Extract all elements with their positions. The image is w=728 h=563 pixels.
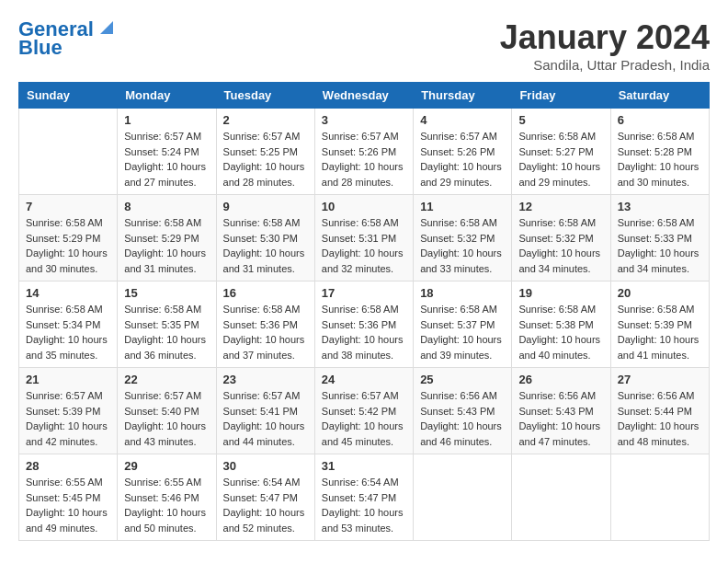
sunrise-text: Sunrise: 6:55 AM (124, 477, 201, 488)
calendar-cell: 17 Sunrise: 6:58 AM Sunset: 5:36 PM Dayl… (314, 282, 413, 368)
day-number: 26 (518, 373, 603, 386)
daylight-text: Daylight: 10 hours and 30 minutes. (618, 161, 700, 188)
day-info: Sunrise: 6:58 AM Sunset: 5:33 PM Dayligh… (618, 215, 702, 276)
daylight-text: Daylight: 10 hours and 34 minutes. (518, 247, 600, 274)
day-info: Sunrise: 6:58 AM Sunset: 5:38 PM Dayligh… (518, 302, 603, 362)
day-info: Sunrise: 6:58 AM Sunset: 5:31 PM Dayligh… (322, 215, 406, 276)
sunrise-text: Sunrise: 6:58 AM (322, 217, 399, 228)
calendar-header-sunday: Sunday (19, 83, 118, 109)
sunset-text: Sunset: 5:43 PM (518, 406, 593, 417)
sunrise-text: Sunrise: 6:57 AM (223, 131, 301, 142)
daylight-text: Daylight: 10 hours and 28 minutes. (322, 161, 404, 188)
day-info: Sunrise: 6:58 AM Sunset: 5:34 PM Dayligh… (26, 302, 110, 362)
daylight-text: Daylight: 10 hours and 37 minutes. (223, 334, 305, 361)
day-number: 4 (420, 113, 505, 127)
sunrise-text: Sunrise: 6:57 AM (124, 390, 201, 401)
daylight-text: Daylight: 10 hours and 38 minutes. (322, 334, 404, 361)
svg-marker-0 (100, 21, 113, 34)
day-info: Sunrise: 6:54 AM Sunset: 5:47 PM Dayligh… (223, 475, 308, 535)
calendar-cell: 10 Sunrise: 6:58 AM Sunset: 5:31 PM Dayl… (314, 195, 413, 282)
sunset-text: Sunset: 5:43 PM (420, 406, 495, 417)
sunset-text: Sunset: 5:26 PM (322, 146, 396, 157)
sunset-text: Sunset: 5:40 PM (124, 406, 199, 417)
day-number: 18 (420, 286, 505, 300)
calendar-cell (414, 454, 512, 541)
sunset-text: Sunset: 5:24 PM (124, 146, 199, 157)
sunset-text: Sunset: 5:36 PM (322, 319, 396, 330)
day-number: 3 (322, 113, 406, 127)
logo-icon (97, 17, 117, 38)
calendar-cell (512, 454, 610, 541)
sunset-text: Sunset: 5:30 PM (223, 233, 298, 244)
calendar-cell: 23 Sunrise: 6:57 AM Sunset: 5:41 PM Dayl… (216, 368, 314, 454)
calendar-header-friday: Friday (512, 83, 610, 109)
calendar-cell: 27 Sunrise: 6:56 AM Sunset: 5:44 PM Dayl… (610, 368, 709, 454)
day-number: 20 (618, 286, 702, 300)
daylight-text: Daylight: 10 hours and 48 minutes. (618, 420, 700, 447)
day-number: 14 (26, 286, 110, 300)
sunrise-text: Sunrise: 6:58 AM (26, 304, 103, 315)
calendar-week-2: 7 Sunrise: 6:58 AM Sunset: 5:29 PM Dayli… (19, 195, 710, 282)
title-block: January 2024 Sandila, Uttar Pradesh, Ind… (500, 18, 710, 73)
sunrise-text: Sunrise: 6:58 AM (518, 217, 596, 228)
sunset-text: Sunset: 5:31 PM (322, 233, 396, 244)
day-info: Sunrise: 6:57 AM Sunset: 5:26 PM Dayligh… (322, 129, 406, 190)
sunset-text: Sunset: 5:41 PM (223, 406, 298, 417)
daylight-text: Daylight: 10 hours and 45 minutes. (322, 420, 404, 447)
calendar-cell: 18 Sunrise: 6:58 AM Sunset: 5:37 PM Dayl… (414, 282, 512, 368)
day-number: 6 (618, 113, 702, 127)
sunset-text: Sunset: 5:44 PM (618, 406, 692, 417)
sunset-text: Sunset: 5:38 PM (518, 319, 593, 330)
day-number: 8 (124, 200, 209, 213)
calendar-header-wednesday: Wednesday (314, 83, 413, 109)
day-info: Sunrise: 6:58 AM Sunset: 5:36 PM Dayligh… (322, 302, 406, 362)
calendar-cell: 7 Sunrise: 6:58 AM Sunset: 5:29 PM Dayli… (19, 195, 118, 282)
sunrise-text: Sunrise: 6:56 AM (618, 390, 695, 401)
sunset-text: Sunset: 5:33 PM (618, 233, 692, 244)
calendar-cell: 9 Sunrise: 6:58 AM Sunset: 5:30 PM Dayli… (216, 195, 314, 282)
sunrise-text: Sunrise: 6:58 AM (618, 131, 695, 142)
day-number: 2 (223, 113, 308, 127)
calendar-cell: 6 Sunrise: 6:58 AM Sunset: 5:28 PM Dayli… (610, 109, 709, 195)
day-info: Sunrise: 6:58 AM Sunset: 5:37 PM Dayligh… (420, 302, 505, 362)
day-number: 30 (223, 459, 308, 473)
calendar-cell: 26 Sunrise: 6:56 AM Sunset: 5:43 PM Dayl… (512, 368, 610, 454)
sunset-text: Sunset: 5:35 PM (124, 319, 199, 330)
sunrise-text: Sunrise: 6:57 AM (322, 390, 399, 401)
sunrise-text: Sunrise: 6:54 AM (322, 477, 399, 488)
sunrise-text: Sunrise: 6:58 AM (618, 217, 695, 228)
day-number: 13 (618, 200, 702, 213)
sunrise-text: Sunrise: 6:58 AM (518, 131, 596, 142)
calendar-cell: 31 Sunrise: 6:54 AM Sunset: 5:47 PM Dayl… (314, 454, 413, 541)
day-number: 7 (26, 200, 110, 213)
daylight-text: Daylight: 10 hours and 44 minutes. (223, 420, 305, 447)
daylight-text: Daylight: 10 hours and 27 minutes. (124, 161, 206, 188)
calendar-cell: 16 Sunrise: 6:58 AM Sunset: 5:36 PM Dayl… (216, 282, 314, 368)
daylight-text: Daylight: 10 hours and 28 minutes. (223, 161, 305, 188)
calendar-week-4: 21 Sunrise: 6:57 AM Sunset: 5:39 PM Dayl… (19, 368, 710, 454)
calendar-cell: 4 Sunrise: 6:57 AM Sunset: 5:26 PM Dayli… (414, 109, 512, 195)
calendar-header-row: SundayMondayTuesdayWednesdayThursdayFrid… (19, 83, 710, 109)
day-info: Sunrise: 6:58 AM Sunset: 5:29 PM Dayligh… (124, 215, 209, 276)
calendar-cell: 22 Sunrise: 6:57 AM Sunset: 5:40 PM Dayl… (118, 368, 216, 454)
sunset-text: Sunset: 5:25 PM (223, 146, 298, 157)
page-header: General Blue January 2024 Sandila, Uttar… (18, 18, 710, 73)
sunset-text: Sunset: 5:27 PM (518, 146, 593, 157)
sunrise-text: Sunrise: 6:58 AM (420, 304, 497, 315)
calendar-cell: 30 Sunrise: 6:54 AM Sunset: 5:47 PM Dayl… (216, 454, 314, 541)
calendar-cell: 15 Sunrise: 6:58 AM Sunset: 5:35 PM Dayl… (118, 282, 216, 368)
daylight-text: Daylight: 10 hours and 50 minutes. (124, 507, 206, 534)
sunrise-text: Sunrise: 6:58 AM (124, 304, 201, 315)
sunrise-text: Sunrise: 6:57 AM (223, 390, 301, 401)
calendar-week-5: 28 Sunrise: 6:55 AM Sunset: 5:45 PM Dayl… (19, 454, 710, 541)
daylight-text: Daylight: 10 hours and 53 minutes. (322, 507, 404, 534)
day-number: 10 (322, 200, 406, 213)
day-number: 22 (124, 373, 209, 386)
daylight-text: Daylight: 10 hours and 35 minutes. (26, 334, 108, 361)
day-info: Sunrise: 6:55 AM Sunset: 5:45 PM Dayligh… (26, 475, 110, 535)
sunrise-text: Sunrise: 6:56 AM (420, 390, 497, 401)
daylight-text: Daylight: 10 hours and 39 minutes. (420, 334, 502, 361)
day-info: Sunrise: 6:58 AM Sunset: 5:32 PM Dayligh… (518, 215, 603, 276)
calendar-header-monday: Monday (118, 83, 216, 109)
calendar-cell: 28 Sunrise: 6:55 AM Sunset: 5:45 PM Dayl… (19, 454, 118, 541)
